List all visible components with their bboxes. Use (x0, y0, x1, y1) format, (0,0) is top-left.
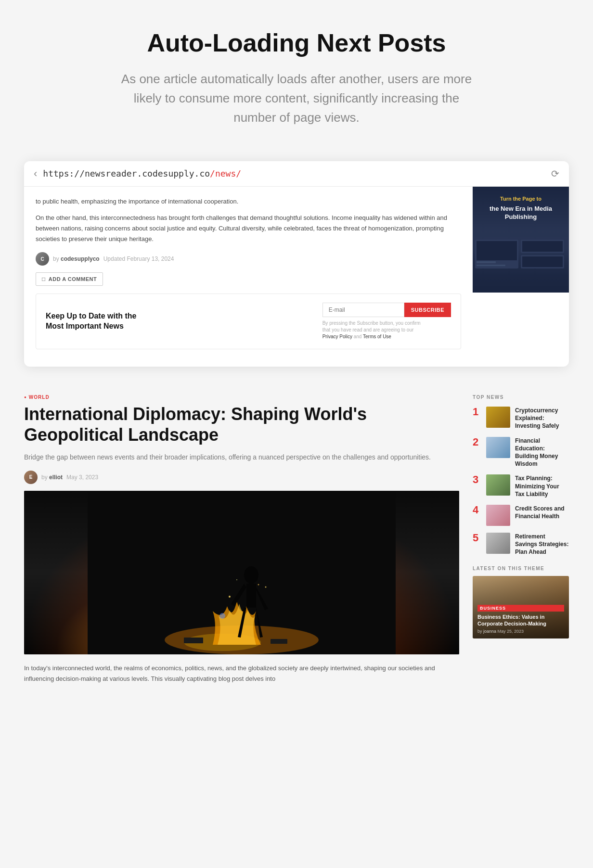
browser-refresh-button[interactable]: ⟳ (551, 168, 559, 179)
latest-card-category: BUSINESS (477, 605, 564, 612)
article-date-second: May 3, 2023 (66, 474, 98, 481)
top-news-thumb-2 (486, 437, 510, 458)
author-avatar-second: E (24, 471, 38, 484)
svg-point-14 (265, 586, 267, 587)
top-news-thumb-1 (486, 407, 510, 428)
author-link-second[interactable]: elliot (49, 474, 63, 481)
hero-section: Auto-Loading Next Posts As one article a… (0, 0, 593, 147)
latest-card-meta: by joanna May 25, 2023 (477, 629, 564, 634)
second-article-section: WORLD International Diplomacy: Shaping W… (24, 381, 569, 684)
article-image (24, 491, 459, 654)
top-news-thumb-3 (486, 474, 510, 496)
latest-card[interactable]: BUSINESS Business Ethics: Values in Corp… (473, 576, 569, 638)
latest-label: LATEST ON THIS THEME (473, 566, 569, 571)
svg-rect-7 (522, 256, 563, 267)
main-column: WORLD International Diplomacy: Shaping W… (24, 381, 459, 684)
top-news-title-2: Financial Education: Building Money Wisd… (515, 437, 569, 468)
svg-rect-17 (184, 638, 203, 643)
url-path: /news/ (210, 168, 241, 179)
browser-sidebar-area: Turn the Page to the New Era in Media Pu… (473, 187, 569, 367)
top-news-title-4: Credit Scores and Financial Health (515, 505, 569, 520)
svg-rect-1 (477, 241, 517, 260)
add-comment-button[interactable]: □ ADD A COMMENT (36, 272, 103, 286)
author-avatar: C (36, 252, 49, 266)
comment-icon: □ (42, 276, 46, 282)
top-news-item-4[interactable]: 4 Credit Scores and Financial Health (473, 505, 569, 526)
top-news-item-5[interactable]: 5 Retirement Savings Strategies: Plan Ah… (473, 533, 569, 556)
top-news-number-3: 3 (473, 474, 481, 485)
svg-point-16 (258, 584, 259, 585)
url-prefix: https://newsreader.codesupply.co (43, 168, 210, 179)
add-comment-label: ADD A COMMENT (49, 276, 97, 282)
email-input[interactable] (322, 303, 404, 317)
privacy-link[interactable]: Privacy Policy (322, 334, 352, 339)
top-news-title-3: Tax Planning: Minimizing Your Tax Liabil… (515, 474, 569, 498)
fire-svg (24, 491, 459, 654)
side-column: TOP NEWS 1 Cryptocurrency Explained: Inv… (473, 381, 569, 684)
svg-rect-18 (271, 639, 287, 644)
top-news-number-2: 2 (473, 437, 481, 447)
svg-rect-3 (477, 265, 505, 266)
subscribe-form: SUBSCRIBE By pressing the Subscribe butt… (322, 303, 451, 340)
latest-card-title: Business Ethics: Values in Corporate Dec… (477, 613, 564, 627)
top-news-thumb-4 (486, 505, 510, 526)
latest-author-link[interactable]: joanna (483, 629, 496, 634)
and-text: and (352, 334, 363, 339)
article-body: In today's interconnected world, the rea… (24, 663, 459, 684)
sidebar-promo-image (473, 230, 569, 293)
terms-link[interactable]: Terms of Use (363, 334, 391, 339)
svg-rect-12 (246, 584, 256, 608)
top-news-number-1: 1 (473, 407, 481, 417)
subscribe-title: Keep Up to Date with the Most Important … (46, 311, 142, 332)
article-meta: C by codesupplyco Updated February 13, 2… (36, 252, 461, 266)
subscribe-row: SUBSCRIBE (322, 303, 451, 317)
sidebar-promo-title: the New Era in Media Publishing (490, 205, 552, 221)
sidebar-promo-text: Turn the Page to the New Era in Media Pu… (479, 195, 562, 221)
top-news-thumb-5 (486, 533, 510, 554)
author-label: by codesupplyco (53, 255, 100, 262)
browser-bar: ‹ https://newsreader.codesupply.co/news/… (24, 161, 569, 187)
article-category: WORLD (24, 395, 459, 400)
top-news-item-2[interactable]: 2 Financial Education: Building Money Wi… (473, 437, 569, 468)
article-meta-second: E by elliot May 3, 2023 (24, 471, 459, 484)
browser-mockup: ‹ https://newsreader.codesupply.co/news/… (24, 161, 569, 367)
browser-content: to public health, emphasizing the import… (24, 187, 569, 367)
svg-point-19 (219, 613, 225, 619)
top-news-section: TOP NEWS 1 Cryptocurrency Explained: Inv… (473, 381, 569, 638)
browser-main-area: to public health, emphasizing the import… (24, 187, 473, 367)
top-news-title-5: Retirement Savings Strategies: Plan Ahea… (515, 533, 569, 556)
top-news-number-5: 5 (473, 533, 481, 543)
svg-point-15 (236, 579, 237, 580)
article-text-2: On the other hand, this interconnectedne… (36, 213, 461, 244)
svg-rect-2 (477, 261, 496, 263)
top-news-item-3[interactable]: 3 Tax Planning: Minimizing Your Tax Liab… (473, 474, 569, 498)
subscribe-strip: Keep Up to Date with the Most Important … (36, 294, 461, 349)
article-text-1: to public health, emphasizing the import… (36, 196, 461, 207)
article-excerpt: Bridge the gap between news events and t… (24, 452, 459, 462)
top-news-label: TOP NEWS (473, 395, 569, 400)
latest-card-overlay: BUSINESS Business Ethics: Values in Corp… (473, 576, 569, 638)
svg-rect-5 (522, 241, 563, 252)
article-hero: WORLD International Diplomacy: Shaping W… (24, 381, 459, 484)
top-news-title-1: Cryptocurrency Explained: Investing Safe… (515, 407, 569, 430)
article-date: Updated February 13, 2024 (103, 255, 174, 262)
sidebar-promo: Turn the Page to the New Era in Media Pu… (473, 187, 569, 293)
browser-url-bar: https://newsreader.codesupply.co/news/ (43, 168, 545, 179)
subscribe-notice-text: By pressing the Subscribe button, you co… (322, 320, 421, 332)
top-news-item-1[interactable]: 1 Cryptocurrency Explained: Investing Sa… (473, 407, 569, 430)
svg-point-11 (244, 566, 258, 584)
author-link[interactable]: codesupplyco (61, 255, 100, 262)
browser-back-button[interactable]: ‹ (34, 168, 37, 179)
subscribe-button[interactable]: SUBSCRIBE (404, 303, 451, 317)
hero-subtitle: As one article automatically loads after… (114, 69, 479, 128)
article-title: International Diplomacy: Shaping World's… (24, 404, 459, 445)
hero-title: Auto-Loading Next Posts (58, 29, 535, 58)
sidebar-promo-tag: Turn the Page to (479, 195, 562, 203)
svg-point-13 (229, 596, 231, 598)
top-news-number-4: 4 (473, 505, 481, 515)
author-label-second: by elliot (41, 474, 63, 481)
subscribe-notice: By pressing the Subscribe button, you co… (322, 320, 428, 340)
latest-date: May 25, 2023 (498, 629, 524, 634)
